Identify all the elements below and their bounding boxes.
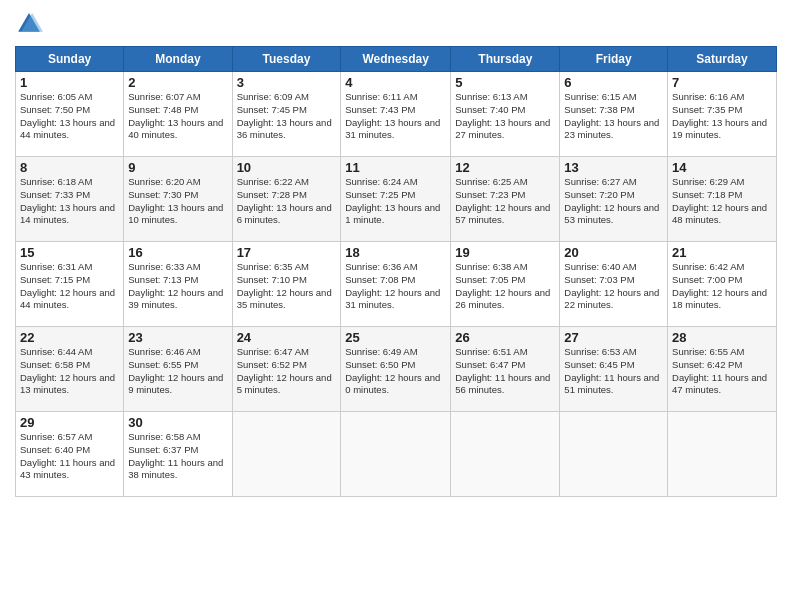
calendar-cell bbox=[560, 412, 668, 497]
day-number: 27 bbox=[564, 330, 663, 345]
calendar-cell: 23 Sunrise: 6:46 AMSunset: 6:55 PMDaylig… bbox=[124, 327, 232, 412]
day-info: Sunrise: 6:16 AMSunset: 7:35 PMDaylight:… bbox=[672, 91, 772, 142]
day-number: 5 bbox=[455, 75, 555, 90]
day-info: Sunrise: 6:18 AMSunset: 7:33 PMDaylight:… bbox=[20, 176, 119, 227]
day-number: 28 bbox=[672, 330, 772, 345]
calendar-cell bbox=[451, 412, 560, 497]
calendar-week-3: 15 Sunrise: 6:31 AMSunset: 7:15 PMDaylig… bbox=[16, 242, 777, 327]
day-info: Sunrise: 6:11 AMSunset: 7:43 PMDaylight:… bbox=[345, 91, 446, 142]
day-info: Sunrise: 6:35 AMSunset: 7:10 PMDaylight:… bbox=[237, 261, 337, 312]
day-info: Sunrise: 6:57 AMSunset: 6:40 PMDaylight:… bbox=[20, 431, 119, 482]
calendar-cell: 2 Sunrise: 6:07 AMSunset: 7:48 PMDayligh… bbox=[124, 72, 232, 157]
calendar-week-1: 1 Sunrise: 6:05 AMSunset: 7:50 PMDayligh… bbox=[16, 72, 777, 157]
weekday-header-monday: Monday bbox=[124, 47, 232, 72]
calendar-cell: 25 Sunrise: 6:49 AMSunset: 6:50 PMDaylig… bbox=[341, 327, 451, 412]
day-info: Sunrise: 6:15 AMSunset: 7:38 PMDaylight:… bbox=[564, 91, 663, 142]
day-info: Sunrise: 6:47 AMSunset: 6:52 PMDaylight:… bbox=[237, 346, 337, 397]
logo-icon bbox=[15, 10, 43, 38]
day-info: Sunrise: 6:09 AMSunset: 7:45 PMDaylight:… bbox=[237, 91, 337, 142]
day-info: Sunrise: 6:58 AMSunset: 6:37 PMDaylight:… bbox=[128, 431, 227, 482]
calendar-cell: 10 Sunrise: 6:22 AMSunset: 7:28 PMDaylig… bbox=[232, 157, 341, 242]
calendar-cell: 5 Sunrise: 6:13 AMSunset: 7:40 PMDayligh… bbox=[451, 72, 560, 157]
day-number: 12 bbox=[455, 160, 555, 175]
day-number: 21 bbox=[672, 245, 772, 260]
calendar-cell: 24 Sunrise: 6:47 AMSunset: 6:52 PMDaylig… bbox=[232, 327, 341, 412]
day-info: Sunrise: 6:13 AMSunset: 7:40 PMDaylight:… bbox=[455, 91, 555, 142]
day-number: 9 bbox=[128, 160, 227, 175]
day-number: 26 bbox=[455, 330, 555, 345]
weekday-header-saturday: Saturday bbox=[668, 47, 777, 72]
page-container: SundayMondayTuesdayWednesdayThursdayFrid… bbox=[0, 0, 792, 507]
day-number: 17 bbox=[237, 245, 337, 260]
day-number: 24 bbox=[237, 330, 337, 345]
calendar-cell: 8 Sunrise: 6:18 AMSunset: 7:33 PMDayligh… bbox=[16, 157, 124, 242]
calendar-cell: 13 Sunrise: 6:27 AMSunset: 7:20 PMDaylig… bbox=[560, 157, 668, 242]
day-number: 11 bbox=[345, 160, 446, 175]
day-number: 8 bbox=[20, 160, 119, 175]
calendar-body: 1 Sunrise: 6:05 AMSunset: 7:50 PMDayligh… bbox=[16, 72, 777, 497]
day-info: Sunrise: 6:22 AMSunset: 7:28 PMDaylight:… bbox=[237, 176, 337, 227]
weekday-header-sunday: Sunday bbox=[16, 47, 124, 72]
day-info: Sunrise: 6:38 AMSunset: 7:05 PMDaylight:… bbox=[455, 261, 555, 312]
calendar-cell bbox=[668, 412, 777, 497]
calendar-cell: 16 Sunrise: 6:33 AMSunset: 7:13 PMDaylig… bbox=[124, 242, 232, 327]
calendar-cell: 29 Sunrise: 6:57 AMSunset: 6:40 PMDaylig… bbox=[16, 412, 124, 497]
day-number: 14 bbox=[672, 160, 772, 175]
day-info: Sunrise: 6:24 AMSunset: 7:25 PMDaylight:… bbox=[345, 176, 446, 227]
day-number: 13 bbox=[564, 160, 663, 175]
day-number: 29 bbox=[20, 415, 119, 430]
day-info: Sunrise: 6:44 AMSunset: 6:58 PMDaylight:… bbox=[20, 346, 119, 397]
calendar-week-2: 8 Sunrise: 6:18 AMSunset: 7:33 PMDayligh… bbox=[16, 157, 777, 242]
day-info: Sunrise: 6:20 AMSunset: 7:30 PMDaylight:… bbox=[128, 176, 227, 227]
calendar-cell: 1 Sunrise: 6:05 AMSunset: 7:50 PMDayligh… bbox=[16, 72, 124, 157]
calendar-cell: 4 Sunrise: 6:11 AMSunset: 7:43 PMDayligh… bbox=[341, 72, 451, 157]
day-info: Sunrise: 6:46 AMSunset: 6:55 PMDaylight:… bbox=[128, 346, 227, 397]
day-number: 19 bbox=[455, 245, 555, 260]
day-info: Sunrise: 6:29 AMSunset: 7:18 PMDaylight:… bbox=[672, 176, 772, 227]
calendar-table: SundayMondayTuesdayWednesdayThursdayFrid… bbox=[15, 46, 777, 497]
calendar-cell: 27 Sunrise: 6:53 AMSunset: 6:45 PMDaylig… bbox=[560, 327, 668, 412]
day-number: 3 bbox=[237, 75, 337, 90]
calendar-cell bbox=[232, 412, 341, 497]
day-number: 7 bbox=[672, 75, 772, 90]
day-number: 10 bbox=[237, 160, 337, 175]
calendar-cell: 21 Sunrise: 6:42 AMSunset: 7:00 PMDaylig… bbox=[668, 242, 777, 327]
day-number: 16 bbox=[128, 245, 227, 260]
day-number: 15 bbox=[20, 245, 119, 260]
day-number: 2 bbox=[128, 75, 227, 90]
weekday-header-friday: Friday bbox=[560, 47, 668, 72]
day-number: 30 bbox=[128, 415, 227, 430]
calendar-week-4: 22 Sunrise: 6:44 AMSunset: 6:58 PMDaylig… bbox=[16, 327, 777, 412]
weekday-header-thursday: Thursday bbox=[451, 47, 560, 72]
calendar-cell: 22 Sunrise: 6:44 AMSunset: 6:58 PMDaylig… bbox=[16, 327, 124, 412]
day-number: 22 bbox=[20, 330, 119, 345]
calendar-cell: 30 Sunrise: 6:58 AMSunset: 6:37 PMDaylig… bbox=[124, 412, 232, 497]
calendar-cell: 28 Sunrise: 6:55 AMSunset: 6:42 PMDaylig… bbox=[668, 327, 777, 412]
day-number: 6 bbox=[564, 75, 663, 90]
day-info: Sunrise: 6:40 AMSunset: 7:03 PMDaylight:… bbox=[564, 261, 663, 312]
calendar-cell: 6 Sunrise: 6:15 AMSunset: 7:38 PMDayligh… bbox=[560, 72, 668, 157]
weekday-header-tuesday: Tuesday bbox=[232, 47, 341, 72]
day-number: 18 bbox=[345, 245, 446, 260]
day-info: Sunrise: 6:53 AMSunset: 6:45 PMDaylight:… bbox=[564, 346, 663, 397]
calendar-cell: 14 Sunrise: 6:29 AMSunset: 7:18 PMDaylig… bbox=[668, 157, 777, 242]
day-info: Sunrise: 6:31 AMSunset: 7:15 PMDaylight:… bbox=[20, 261, 119, 312]
calendar-cell: 20 Sunrise: 6:40 AMSunset: 7:03 PMDaylig… bbox=[560, 242, 668, 327]
day-info: Sunrise: 6:49 AMSunset: 6:50 PMDaylight:… bbox=[345, 346, 446, 397]
header bbox=[15, 10, 777, 38]
calendar-cell: 12 Sunrise: 6:25 AMSunset: 7:23 PMDaylig… bbox=[451, 157, 560, 242]
day-info: Sunrise: 6:27 AMSunset: 7:20 PMDaylight:… bbox=[564, 176, 663, 227]
calendar-header: SundayMondayTuesdayWednesdayThursdayFrid… bbox=[16, 47, 777, 72]
calendar-cell: 17 Sunrise: 6:35 AMSunset: 7:10 PMDaylig… bbox=[232, 242, 341, 327]
day-info: Sunrise: 6:36 AMSunset: 7:08 PMDaylight:… bbox=[345, 261, 446, 312]
calendar-cell: 18 Sunrise: 6:36 AMSunset: 7:08 PMDaylig… bbox=[341, 242, 451, 327]
day-info: Sunrise: 6:25 AMSunset: 7:23 PMDaylight:… bbox=[455, 176, 555, 227]
calendar-cell: 19 Sunrise: 6:38 AMSunset: 7:05 PMDaylig… bbox=[451, 242, 560, 327]
day-number: 4 bbox=[345, 75, 446, 90]
day-info: Sunrise: 6:05 AMSunset: 7:50 PMDaylight:… bbox=[20, 91, 119, 142]
day-info: Sunrise: 6:51 AMSunset: 6:47 PMDaylight:… bbox=[455, 346, 555, 397]
day-number: 25 bbox=[345, 330, 446, 345]
day-info: Sunrise: 6:33 AMSunset: 7:13 PMDaylight:… bbox=[128, 261, 227, 312]
day-number: 1 bbox=[20, 75, 119, 90]
weekday-header-row: SundayMondayTuesdayWednesdayThursdayFrid… bbox=[16, 47, 777, 72]
